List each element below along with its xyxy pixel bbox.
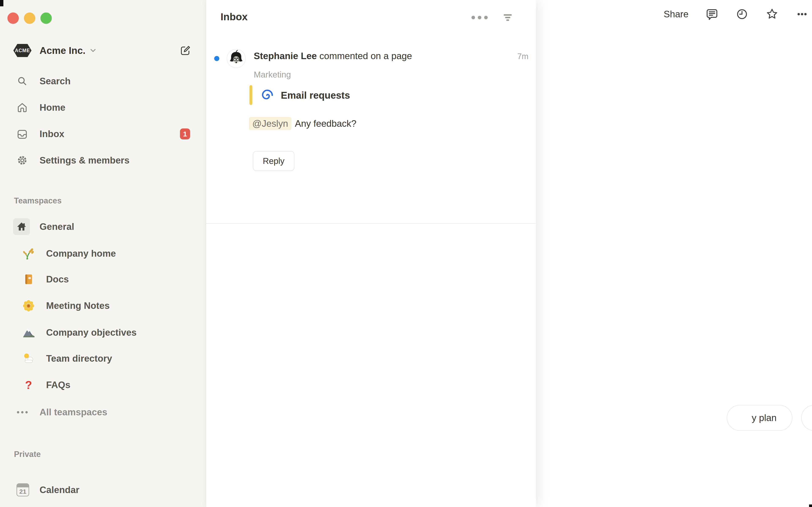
sidebar-item-label: Company home [46,248,116,259]
sidebar-item-label: Settings & members [40,155,130,166]
sidebar-item-label: All teamspaces [40,407,107,417]
message-text: Any feedback? [295,118,356,129]
avatar [226,49,246,68]
sun-behind-cloud-icon [22,352,35,365]
timestamp: 7m [517,52,528,61]
calendar-icon: 21 [16,484,29,496]
sidebar-item-label: FAQs [46,380,70,390]
sidebar-item-label: Home [40,102,65,113]
comment-icon[interactable] [705,8,718,21]
workspace-switcher[interactable]: ACME Acme Inc. [0,42,206,59]
notification-headline: Stephanie Lee commented on a page [254,51,412,61]
quote-bar [250,85,252,105]
sidebar-item-faqs[interactable]: ? FAQs [0,375,206,395]
sidebar-item-all-teamspaces[interactable]: All teamspaces [0,402,206,422]
action-text: commented on a page [317,51,412,61]
plan-pill-label: y plan [752,412,776,423]
screen-corner-artifact [0,0,3,6]
sidebar-item-label: Team directory [46,353,112,364]
ellipsis-icon [16,406,29,418]
inbox-popover: Inbox [206,0,536,507]
workspace-name: Acme Inc. [40,45,86,56]
sidebar-item-team-directory[interactable]: Team directory [0,348,206,369]
inbox-tray-icon [16,128,29,140]
sidebar-item-label: Calendar [40,485,79,495]
minimize-window-button[interactable] [24,12,35,24]
page-topbar: Share [664,8,809,21]
home-icon [16,101,29,114]
comment-message: @Jeslyn Any feedback? [249,117,356,130]
sidebar-item-label: Docs [46,274,69,285]
search-icon [16,75,29,88]
sidebar-item-label: Company objectives [46,327,137,338]
blossom-icon [22,299,35,313]
zoom-window-button[interactable] [40,12,52,24]
sidebar-item-calendar[interactable]: 21 Calendar [0,480,206,500]
sidebar-item-settings[interactable]: Settings & members [0,150,206,170]
workspace-logo: ACME [13,44,32,57]
author-name: Stephanie Lee [254,51,317,61]
sidebar-item-docs[interactable]: Docs [0,269,206,289]
share-button[interactable]: Share [664,9,689,19]
filter-icon[interactable] [499,11,516,24]
window-controls [7,12,52,24]
close-window-button[interactable] [7,12,19,24]
mountain-icon [22,326,35,339]
star-icon[interactable] [765,8,778,21]
chevron-down-icon [88,46,98,55]
page-link[interactable]: Email requests [281,90,350,101]
workspace-context: Marketing [254,70,291,79]
sidebar-item-label: Meeting Notes [46,300,110,311]
sidebar-item-general[interactable]: General [0,217,206,237]
sidebar-item-company-home[interactable]: Company home [0,243,206,264]
sidebar-item-label: Inbox [40,129,64,139]
teamspaces-section-header: Teamspaces [14,196,61,205]
mention-chip[interactable]: @Jeslyn [249,117,291,130]
unread-dot [214,56,219,61]
sidebar-item-label: General [40,221,74,232]
orange-book-icon [22,273,35,286]
screen-corner-artifact [809,504,812,507]
sidebar-item-inbox[interactable]: Inbox 1 [0,124,206,144]
cyclone-icon [261,89,273,101]
inbox-unread-badge: 1 [180,128,190,139]
divider [206,223,536,224]
plan-pill-button[interactable]: y plan [727,405,792,431]
clock-icon[interactable] [735,8,749,21]
private-section-header: Private [14,450,41,459]
compose-icon[interactable] [179,44,192,57]
app-window: ACME Acme Inc. Search Home [0,0,812,507]
red-question-mark-icon: ? [22,378,35,392]
sidebar-item-label: Search [40,76,70,87]
inbox-panel-title: Inbox [220,11,248,22]
reply-button[interactable]: Reply [253,151,294,171]
journal-pill-button[interactable]: Journal [801,405,812,431]
sidebar-item-home[interactable]: Home [0,97,206,118]
sheaf-of-rice-icon [22,247,35,260]
sidebar-item-search[interactable]: Search [0,71,206,91]
more-icon[interactable] [468,12,491,23]
house-block-icon [13,218,30,235]
more-icon[interactable] [796,8,809,21]
sidebar-item-company-objectives[interactable]: Company objectives [0,322,206,343]
sidebar-item-meeting-notes[interactable]: Meeting Notes [0,295,206,316]
sidebar: ACME Acme Inc. Search Home [0,0,206,507]
gear-icon [16,154,29,167]
